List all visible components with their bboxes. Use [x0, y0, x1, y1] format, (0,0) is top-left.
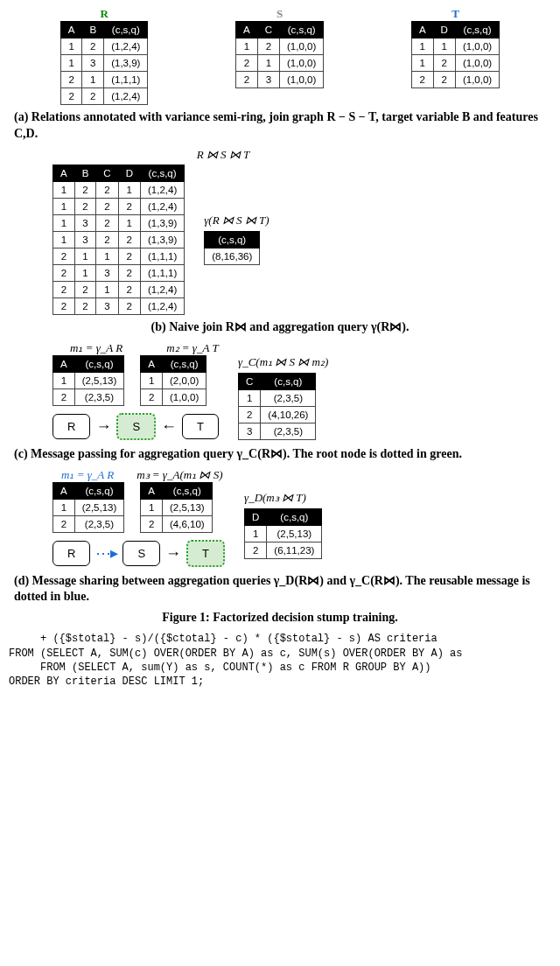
panel-c: A(c,s,q) 1(2,5,13) 2(2,3,5) A(c,s,q) 1(2…	[9, 355, 551, 442]
table-gammaC: C(c,s,q) 1(2,3,5) 2(4,10,26) 3(2,3,5)	[238, 373, 316, 440]
panel-d: A(c,s,q) 1(2,5,13) 2(2,3,5) A(c,s,q) 1(2…	[9, 482, 551, 569]
m1-label: m₁ = γ_A R	[70, 341, 122, 355]
table-gammaD: D(c,s,q) 1(2,5,13) 2(6,11,23)	[244, 508, 322, 559]
table-agg: (c,s,q) (8,16,36)	[204, 231, 260, 265]
panel-a: R AB(c,s,q) 12(1,2,4) 13(1,3,9) 21(1,1,1…	[9, 7, 551, 105]
agg-label: γ(R ⋈ S ⋈ T)	[204, 214, 269, 228]
caption-b: (b) Naive join R⋈ and aggregation query …	[14, 319, 546, 336]
caption-a: (a) Relations annotated with variance se…	[14, 109, 546, 143]
relation-R-label: R	[100, 7, 108, 21]
caption-c: (c) Message passing for aggregation quer…	[14, 446, 546, 463]
panel-d-right: γ_D(m₃ ⋈ T) D(c,s,q) 1(2,5,13) 2(6,11,23…	[244, 482, 322, 559]
m3-label: m₃ = γ_A(m₁ ⋈ S)	[136, 468, 222, 482]
table-T: AD(c,s,q) 11(1,0,0) 12(1,0,0) 22(1,0,0)	[411, 21, 500, 88]
panel-b-title: R ⋈ S ⋈ T	[9, 148, 551, 162]
relation-S-block: S AC(c,s,q) 12(1,0,0) 21(1,0,0) 23(1,0,0…	[235, 7, 324, 88]
node-T: T	[182, 414, 219, 439]
panel-b: ABCD(c,s,q) 1221(1,2,4) 1222(1,2,4) 1321…	[9, 164, 551, 315]
table-join: ABCD(c,s,q) 1221(1,2,4) 1222(1,2,4) 1321…	[52, 164, 185, 315]
panel-d-left: A(c,s,q) 1(2,5,13) 2(2,3,5) A(c,s,q) 1(2…	[52, 482, 225, 569]
node-S-root: S	[116, 413, 156, 440]
table-m2-c: A(c,s,q) 1(2,0,0) 2(1,0,0)	[140, 355, 206, 406]
node-R-d: R	[52, 541, 90, 566]
table-S: AC(c,s,q) 12(1,0,0) 21(1,0,0) 23(1,0,0)	[235, 21, 324, 88]
code-line: FROM (SELECT A, SUM(c) OVER(ORDER BY A) …	[9, 648, 462, 660]
panel-c-headers: m₁ = γ_A R m₂ = γ_A T	[9, 341, 551, 355]
table-m3: A(c,s,q) 1(2,5,13) 2(4,6,10)	[140, 482, 212, 533]
arrow-icon: →	[95, 418, 111, 434]
panel-c-right: γ_C(m₁ ⋈ S ⋈ m₂) C(c,s,q) 1(2,3,5) 2(4,1…	[238, 355, 328, 440]
caption-d: (d) Message sharing between aggregation …	[14, 573, 546, 606]
relation-S-label: S	[276, 7, 283, 21]
table-m1-d: A(c,s,q) 1(2,5,13) 2(2,3,5)	[52, 482, 124, 533]
m1-label-d: m₁ = γ_A R	[61, 468, 114, 482]
relation-T-block: T AD(c,s,q) 11(1,0,0) 12(1,0,0) 22(1,0,0…	[411, 7, 500, 88]
code-line: FROM (SELECT A, sum(Y) as s, COUNT(*) as…	[9, 662, 430, 674]
relation-T-label: T	[452, 7, 459, 21]
table-m1-c: A(c,s,q) 1(2,5,13) 2(2,3,5)	[52, 355, 124, 406]
figure-caption: Figure 1: Factorized decision stump trai…	[9, 611, 551, 625]
node-R: R	[52, 414, 90, 439]
panel-c-left: A(c,s,q) 1(2,5,13) 2(2,3,5) A(c,s,q) 1(2…	[52, 355, 219, 442]
table-R: AB(c,s,q) 12(1,2,4) 13(1,3,9) 21(1,1,1) …	[60, 21, 149, 105]
panel-d-headers: m₁ = γ_A R m₃ = γ_A(m₁ ⋈ S)	[9, 468, 551, 482]
gammaC-label: γ_C(m₁ ⋈ S ⋈ m₂)	[238, 355, 328, 369]
relation-R-block: R AB(c,s,q) 12(1,2,4) 13(1,3,9) 21(1,1,1…	[60, 7, 149, 105]
dotted-arrow-icon: ⋯▸	[95, 545, 117, 561]
code-block: + ({$stotal} - s)/({$ctotal} - c) * ({$s…	[9, 632, 551, 689]
arrow-icon: ←	[161, 418, 177, 434]
node-T-root: T	[186, 540, 225, 567]
code-line: ORDER BY criteria DESC LIMIT 1;	[9, 676, 204, 688]
gammaD-label: γ_D(m₃ ⋈ T)	[244, 491, 306, 505]
code-line: + ({$stotal} - s)/({$ctotal} - c) * ({$s…	[9, 633, 438, 645]
node-S-d: S	[122, 541, 160, 566]
m2-label: m₂ = γ_A T	[166, 341, 218, 355]
arrow-icon: →	[165, 545, 181, 561]
panel-d-graph: R ⋯▸ S → T	[52, 540, 225, 567]
panel-c-graph: R → S ← T	[52, 413, 219, 440]
panel-b-agg-block: γ(R ⋈ S ⋈ T) (c,s,q) (8,16,36)	[204, 214, 269, 265]
